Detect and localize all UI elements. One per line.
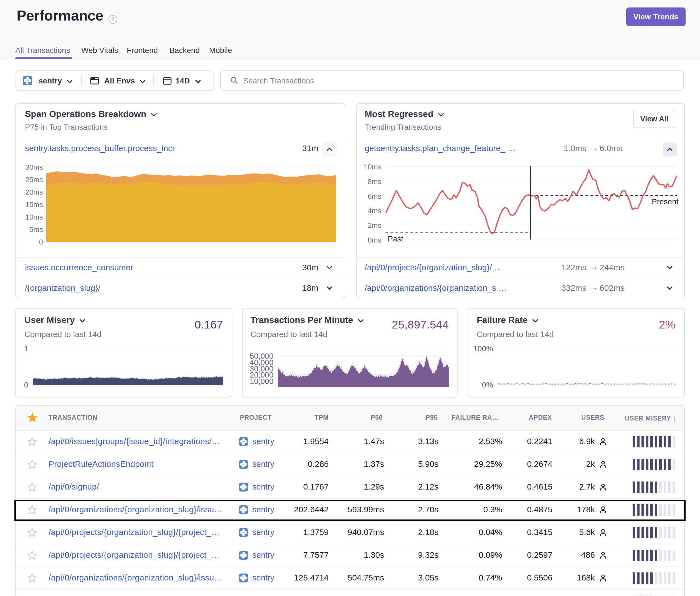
svg-text:?: ? (111, 17, 115, 22)
